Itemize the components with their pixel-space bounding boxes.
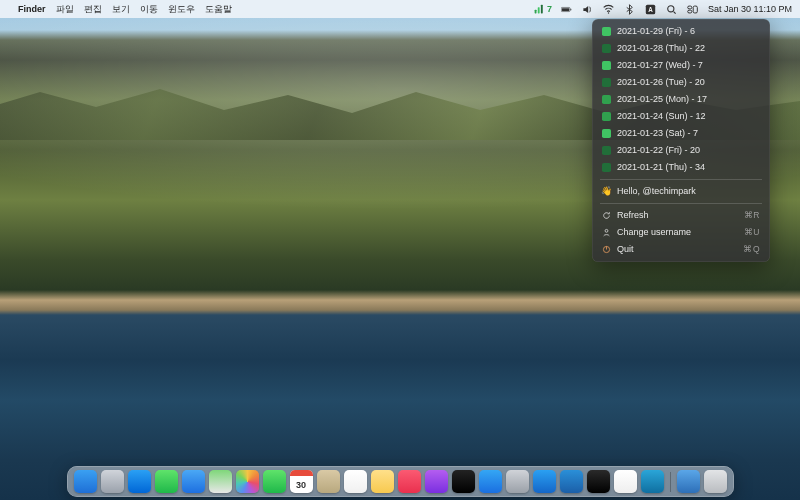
quit-action-label: Quit xyxy=(617,243,737,256)
dock-downloads-icon[interactable] xyxy=(677,470,700,493)
contribution-row[interactable]: 2021-01-26 (Tue) - 20 xyxy=(592,74,770,91)
wifi-icon[interactable] xyxy=(603,3,615,15)
svg-rect-2 xyxy=(541,5,543,14)
panel-separator xyxy=(600,179,762,180)
panel-user-row: 👋Hello, @techimpark xyxy=(592,183,770,200)
svg-rect-4 xyxy=(562,8,569,11)
svg-rect-12 xyxy=(694,6,698,13)
contribution-text: 2021-01-28 (Thu) - 22 xyxy=(617,42,760,55)
contribution-row[interactable]: 2021-01-23 (Sat) - 7 xyxy=(592,125,770,142)
svg-line-10 xyxy=(674,11,676,13)
change-icon xyxy=(602,228,611,237)
dock-reminders-icon[interactable] xyxy=(344,470,367,493)
svg-rect-1 xyxy=(538,7,540,13)
contribution-text: 2021-01-22 (Fri) - 20 xyxy=(617,144,760,157)
quit-action[interactable]: Quit⌘Q xyxy=(592,241,770,258)
svg-rect-16 xyxy=(602,61,611,70)
contribution-text: 2021-01-25 (Mon) - 17 xyxy=(617,93,760,106)
menubar-dropdown: 2021-01-29 (Fri) - 62021-01-28 (Thu) - 2… xyxy=(592,19,770,262)
dock-vscode-icon[interactable] xyxy=(560,470,583,493)
contribution-row[interactable]: 2021-01-29 (Fri) - 6 xyxy=(592,23,770,40)
svg-rect-0 xyxy=(535,10,537,14)
quit-icon xyxy=(602,245,611,254)
svg-rect-11 xyxy=(688,6,692,9)
dock-notion-icon[interactable] xyxy=(614,470,637,493)
svg-rect-18 xyxy=(602,95,611,104)
svg-rect-17 xyxy=(602,78,611,87)
menu-help[interactable]: 도움말 xyxy=(205,3,232,16)
svg-rect-13 xyxy=(688,10,692,13)
refresh-action-label: Refresh xyxy=(617,209,738,222)
svg-rect-22 xyxy=(602,163,611,172)
dock-tv-icon[interactable] xyxy=(452,470,475,493)
menu-go[interactable]: 이동 xyxy=(140,3,158,16)
contribution-row[interactable]: 2021-01-28 (Thu) - 22 xyxy=(592,40,770,57)
refresh-action-shortcut: ⌘R xyxy=(744,209,760,222)
dock-photos-icon[interactable] xyxy=(236,470,259,493)
dock-facetime-icon[interactable] xyxy=(263,470,286,493)
dock-music-icon[interactable] xyxy=(398,470,421,493)
battery-icon[interactable] xyxy=(561,3,573,15)
menu-clock[interactable]: Sat Jan 30 11:10 PM xyxy=(708,4,792,14)
svg-rect-5 xyxy=(571,8,572,10)
volume-icon[interactable] xyxy=(582,3,594,15)
contribution-text: 2021-01-23 (Sat) - 7 xyxy=(617,127,760,140)
dock-maps-icon[interactable] xyxy=(209,470,232,493)
svg-rect-14 xyxy=(602,27,611,36)
svg-point-6 xyxy=(608,12,609,13)
dock-safari-icon[interactable] xyxy=(128,470,151,493)
contribution-row[interactable]: 2021-01-24 (Sun) - 12 xyxy=(592,108,770,125)
contribution-row[interactable]: 2021-01-22 (Fri) - 20 xyxy=(592,142,770,159)
app-menu[interactable]: Finder xyxy=(18,4,46,14)
dock-xcode-icon[interactable] xyxy=(533,470,556,493)
contribution-text: 2021-01-24 (Sun) - 12 xyxy=(617,110,760,123)
bluetooth-icon[interactable] xyxy=(624,3,636,15)
change-username-action-shortcut: ⌘U xyxy=(744,226,760,239)
refresh-icon xyxy=(602,211,611,220)
contribution-row[interactable]: 2021-01-25 (Mon) - 17 xyxy=(592,91,770,108)
menu-file[interactable]: 파일 xyxy=(56,3,74,16)
dock-podcasts-icon[interactable] xyxy=(425,470,448,493)
change-username-action[interactable]: Change username⌘U xyxy=(592,224,770,241)
panel-separator xyxy=(600,203,762,204)
change-username-action-label: Change username xyxy=(617,226,738,239)
dock-mail-icon[interactable] xyxy=(182,470,205,493)
svg-point-9 xyxy=(668,5,674,11)
menubar-app-count: 7 xyxy=(547,4,552,14)
svg-point-23 xyxy=(605,229,608,232)
dock-separator xyxy=(670,472,671,492)
dock-appstore-icon[interactable] xyxy=(479,470,502,493)
dock-settings-icon[interactable] xyxy=(506,470,529,493)
svg-rect-21 xyxy=(602,146,611,155)
panel-user-text: Hello, @techimpark xyxy=(617,185,760,198)
spotlight-icon[interactable] xyxy=(666,3,678,15)
dock-launchpad-icon[interactable] xyxy=(101,470,124,493)
contribution-text: 2021-01-27 (Wed) - 7 xyxy=(617,59,760,72)
dock: 30 xyxy=(67,466,734,497)
svg-text:A: A xyxy=(649,5,654,12)
contribution-row[interactable]: 2021-01-21 (Thu) - 34 xyxy=(592,159,770,176)
contribution-row[interactable]: 2021-01-27 (Wed) - 7 xyxy=(592,57,770,74)
contribution-text: 2021-01-21 (Thu) - 34 xyxy=(617,161,760,174)
svg-rect-19 xyxy=(602,112,611,121)
dock-calendar-icon[interactable]: 30 xyxy=(290,470,313,493)
menu-view[interactable]: 보기 xyxy=(112,3,130,16)
svg-rect-20 xyxy=(602,129,611,138)
dock-iterm-icon[interactable] xyxy=(587,470,610,493)
dock-trash-icon[interactable] xyxy=(704,470,727,493)
dock-finder-icon[interactable] xyxy=(74,470,97,493)
menu-window[interactable]: 윈도우 xyxy=(168,3,195,16)
menu-edit[interactable]: 편집 xyxy=(84,3,102,16)
dock-container: 30 xyxy=(0,466,800,497)
dock-messages-icon[interactable] xyxy=(155,470,178,493)
dock-notes-icon[interactable] xyxy=(371,470,394,493)
input-source-icon[interactable]: A xyxy=(645,3,657,15)
user-emoji-icon: 👋 xyxy=(602,187,611,196)
control-center-icon[interactable] xyxy=(687,3,699,15)
dock-contacts-icon[interactable] xyxy=(317,470,340,493)
menu-bar: Finder 파일 편집 보기 이동 윈도우 도움말 7 A xyxy=(0,0,800,18)
refresh-action[interactable]: Refresh⌘R xyxy=(592,207,770,224)
menubar-app-jandi[interactable]: 7 xyxy=(534,4,552,14)
dock-anki-icon[interactable] xyxy=(641,470,664,493)
svg-rect-15 xyxy=(602,44,611,53)
